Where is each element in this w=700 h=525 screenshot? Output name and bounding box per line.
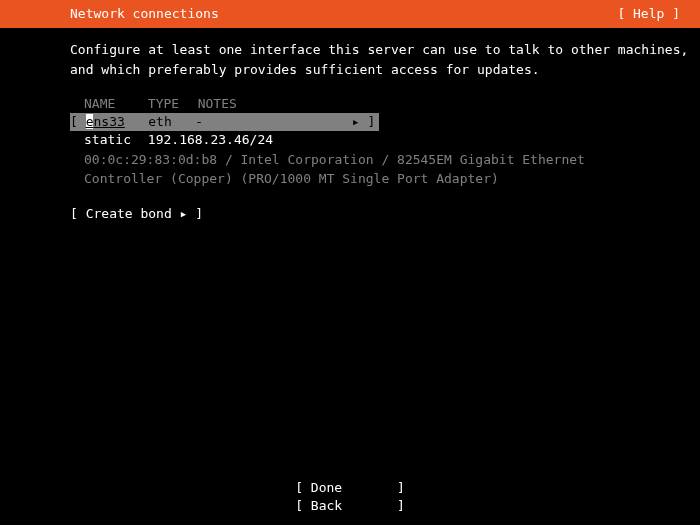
help-button[interactable]: [ Help ] [617, 5, 680, 23]
footer-buttons: [ Done ] [ Back ] [0, 479, 700, 515]
create-bond-button[interactable]: [ Create bond ▸ ] [70, 205, 700, 223]
done-button[interactable]: [ Done ] [295, 479, 405, 497]
hardware-info: 00:0c:29:83:0d:b8 / Intel Corporation / … [70, 150, 640, 189]
content-area: Configure at least one interface this se… [0, 28, 700, 223]
interface-row-selected[interactable]: [ ens33 eth - ▸ ] [70, 113, 700, 131]
page-title: Network connections [70, 5, 219, 23]
back-button[interactable]: [ Back ] [295, 497, 405, 515]
chevron-right-icon: ▸ [352, 114, 360, 129]
cursor: e [86, 114, 94, 129]
iface-notes: - [195, 114, 203, 129]
bracket-close: ] [360, 114, 376, 129]
header-bar: Network connections [ Help ] [0, 0, 700, 28]
bracket-open: [ [70, 114, 86, 129]
table-header: NAME TYPE NOTES [70, 95, 700, 113]
col-header-type: TYPE [148, 95, 190, 113]
iface-type: eth [148, 114, 171, 129]
addr-mode: static [84, 131, 140, 149]
addr-value: 192.168.23.46/24 [148, 132, 273, 147]
col-header-name: NAME [84, 95, 140, 113]
col-header-notes: NOTES [198, 96, 237, 111]
address-row: static 192.168.23.46/24 [70, 131, 700, 149]
intro-text: Configure at least one interface this se… [70, 40, 700, 79]
